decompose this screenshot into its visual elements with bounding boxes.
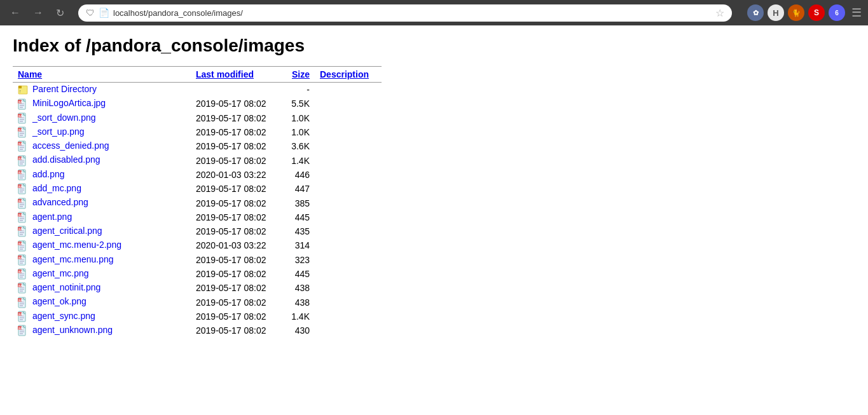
file-desc-cell [315,253,382,267]
browser-toolbar: ✿ H 🐈 S 6 ☰ [747,4,862,21]
file-modified-cell: 2019-05-17 08:02 [191,310,280,323]
col-header-modified: Last modified [191,67,280,83]
table-row: IMG agent.png 2019-05-17 08:02 445 [13,210,382,224]
file-icon: IMG [18,311,28,322]
file-icon: IMG [18,140,28,152]
file-size-cell: 445 [280,210,315,224]
file-size-cell: 430 [280,323,315,337]
address-bar-container: 🛡 📄 ☆ [78,4,732,22]
page-title: Index of /pandora_console/images [13,36,855,56]
file-link[interactable]: agent_ok.png [32,296,86,306]
file-size-cell: 438 [280,281,315,295]
file-link[interactable]: agent.png [32,212,72,222]
file-size-cell: 385 [280,196,315,210]
pocket-button[interactable]: ✿ [747,4,764,21]
parent-dir-modified [191,83,280,97]
file-name-cell: IMG _sort_down.png [13,111,191,125]
file-name-cell: IMG agent_mc.menu-2.png [13,238,191,252]
col-modified-link[interactable]: Last modified [196,69,254,79]
file-modified-cell: 2019-05-17 08:02 [191,182,280,196]
parent-dir-desc [315,83,382,97]
file-link[interactable]: agent_mc.menu.png [32,254,114,264]
file-size-cell: 438 [280,295,315,309]
svg-text:IMG: IMG [18,156,25,160]
file-link[interactable]: _sort_up.png [32,126,85,137]
menu-button[interactable]: ☰ [851,6,862,20]
file-size-cell: 435 [280,224,315,238]
file-desc-cell [315,168,382,182]
file-desc-cell [315,238,382,252]
table-row: IMG access_denied.png 2019-05-17 08:02 3… [13,139,382,153]
svg-text:↑: ↑ [19,89,22,93]
file-link[interactable]: _sort_down.png [32,112,96,123]
file-size-cell: 446 [280,168,315,182]
table-row: IMG advanced.png 2019-05-17 08:02 385 [13,196,382,210]
file-link[interactable]: agent_critical.png [32,226,102,236]
svg-text:IMG: IMG [18,142,25,146]
refresh-button[interactable]: ↻ [52,4,68,22]
col-header-name: Name [13,67,191,83]
file-desc-cell [315,267,382,281]
file-modified-cell: 2020-01-03 03:22 [191,168,280,182]
file-name-cell: IMG agent.png [13,210,191,224]
col-desc-link[interactable]: Description [320,69,369,79]
file-size-cell: 323 [280,253,315,267]
file-desc-cell [315,182,382,196]
parent-dir-link[interactable]: Parent Directory [32,84,97,94]
file-link[interactable]: add_mc.png [32,183,81,193]
file-link[interactable]: agent_mc.png [32,268,89,278]
file-modified-cell: 2019-05-17 08:02 [191,210,280,224]
table-row: IMG _sort_up.png 2019-05-17 08:02 1.0K [13,125,382,139]
file-name-cell: IMG agent_ok.png [13,295,191,309]
file-link[interactable]: advanced.png [32,197,88,207]
file-size-cell: 1.4K [280,310,315,323]
num-extension-button[interactable]: 6 [829,4,845,21]
h-extension-button[interactable]: H [768,4,784,21]
file-link[interactable]: agent_unknown.png [32,325,113,335]
col-header-size: Size [280,67,315,83]
parent-dir-size: - [280,83,315,97]
col-name-link[interactable]: Name [18,69,42,79]
bookmark-star-icon[interactable]: ☆ [715,7,724,19]
file-name-cell: IMG agent_sync.png [13,310,191,323]
file-link[interactable]: add.disabled.png [32,154,100,165]
file-link[interactable]: agent_mc.menu-2.png [32,240,121,250]
s-extension-button[interactable]: S [808,4,825,21]
file-listing-table: Name Last modified Size Description [13,66,382,337]
table-row: IMG _sort_down.png 2019-05-17 08:02 1.0K [13,111,382,125]
file-name-cell: IMG agent_critical.png [13,224,191,238]
svg-text:IMG: IMG [18,284,25,288]
svg-text:IMG: IMG [18,100,25,104]
address-input[interactable] [113,8,712,18]
file-link[interactable]: MiniLogoArtica.jpg [32,98,106,108]
file-size-cell: 5.5K [280,97,315,111]
forward-button[interactable]: → [29,4,47,21]
file-link[interactable]: agent_notinit.png [32,282,100,292]
file-icon: IMG [18,282,28,294]
svg-text:IMG: IMG [18,114,25,118]
table-row: IMG agent_unknown.png 2019-05-17 08:02 4… [13,323,382,337]
file-desc-cell [315,111,382,125]
back-button[interactable]: ← [6,4,24,21]
file-desc-cell [315,224,382,238]
file-desc-cell [315,210,382,224]
file-link[interactable]: add.png [32,169,65,179]
file-icon: IMG [18,212,28,223]
table-row: IMG MiniLogoArtica.jpg 2019-05-17 08:02 … [13,97,382,111]
file-link[interactable]: agent_sync.png [32,311,95,321]
svg-text:IMG: IMG [18,228,25,231]
col-size-link[interactable]: Size [292,69,310,79]
file-name-cell: IMG advanced.png [13,196,191,210]
file-desc-cell [315,97,382,111]
file-name-cell: IMG agent_mc.png [13,267,191,281]
file-link[interactable]: access_denied.png [32,140,109,151]
fox-extension-button[interactable]: 🐈 [788,4,804,21]
svg-text:IMG: IMG [18,242,25,245]
svg-text:IMG: IMG [18,255,25,259]
col-header-desc: Description [315,67,382,83]
file-name-cell: IMG agent_unknown.png [13,323,191,337]
file-name-cell: IMG MiniLogoArtica.jpg [13,97,191,111]
file-icon: IMG [18,268,28,280]
svg-text:IMG: IMG [18,185,25,189]
file-modified-cell: 2019-05-17 08:02 [191,281,280,295]
